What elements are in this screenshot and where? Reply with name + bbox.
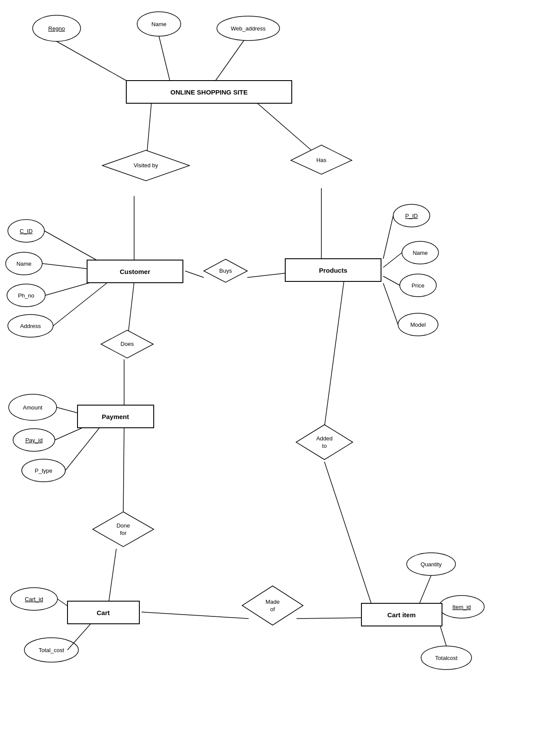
rel-visited-by-label: Visited by — [134, 162, 159, 169]
line-donefor-cart — [109, 549, 116, 601]
entity-customer-label: Customer — [120, 268, 150, 275]
rel-done-for — [93, 512, 154, 547]
attr-item-id-label: Item_id — [452, 604, 471, 610]
line-cart-madeof — [142, 612, 249, 619]
line-customer-buys — [185, 271, 204, 277]
line-price-products — [383, 276, 400, 285]
line-name-prod-products — [383, 253, 402, 267]
line-address-customer — [53, 283, 107, 326]
line-ptype-payment — [65, 427, 100, 470]
attr-p-id-label: P_ID — [405, 213, 418, 219]
attr-cart-id-label: Cart_id — [25, 596, 43, 602]
attr-name-prod-label: Name — [413, 250, 428, 256]
rel-added-to-label: Added — [316, 435, 333, 442]
entity-cart-label: Cart — [97, 609, 110, 616]
line-madeof-cartitem — [297, 618, 366, 619]
attr-address-label: Address — [20, 323, 41, 329]
rel-has-label: Has — [316, 157, 327, 163]
attr-name-site-label: Name — [152, 21, 167, 27]
attr-name-cust-label: Name — [17, 260, 32, 267]
line-quantity-cartitem — [418, 575, 431, 607]
rel-buys-label: Buys — [219, 267, 232, 274]
attr-p-type-label: P_type — [35, 467, 52, 474]
rel-added-to-label2: to — [322, 443, 327, 449]
attr-web-address-label: Web_address — [231, 25, 266, 32]
line-pid-products — [383, 216, 393, 259]
attr-total-cost-label: Total_cost — [39, 647, 64, 653]
attr-pay-id-label: Pay_id — [25, 437, 43, 443]
line-products-addedto — [324, 281, 344, 427]
entity-products-label: Products — [319, 267, 347, 274]
entity-cart-item-label: Cart item — [387, 611, 415, 619]
line-web-site — [216, 41, 244, 81]
line-regno-site — [57, 41, 126, 81]
rel-done-for-label: Done — [116, 522, 130, 529]
line-payment-donefor — [123, 427, 124, 514]
line-customer-does — [128, 282, 134, 331]
attr-quantity-label: Quantity — [421, 561, 442, 568]
entity-online-shopping-label: ONLINE SHOPPING SITE — [170, 88, 248, 96]
line-model-products — [383, 283, 398, 325]
rel-done-for-label2: for — [120, 530, 127, 536]
entity-payment-label: Payment — [102, 413, 129, 420]
rel-does-label: Does — [121, 341, 134, 347]
line-totalcost-cart — [67, 623, 91, 650]
attr-ph-no-label: Ph_no — [18, 292, 34, 299]
line-addedto-cartitem — [324, 462, 372, 607]
rel-made-of-label: Made — [266, 599, 280, 605]
attr-totalcost-label: Totalcost — [435, 655, 458, 661]
line-name-site — [159, 36, 170, 81]
attr-model-label: Model — [410, 321, 426, 328]
attr-regno-label: Regno — [48, 25, 65, 32]
rel-made-of — [242, 586, 303, 625]
er-diagram: Regno Name Web_address C_ID Name Ph_no A… — [0, 0, 560, 751]
rel-made-of-label2: of — [270, 606, 275, 612]
attr-price-label: Price — [412, 282, 425, 289]
attr-c-id-label: C_ID — [20, 228, 33, 234]
rel-added-to — [296, 425, 353, 460]
attr-amount-label: Amount — [23, 404, 43, 411]
